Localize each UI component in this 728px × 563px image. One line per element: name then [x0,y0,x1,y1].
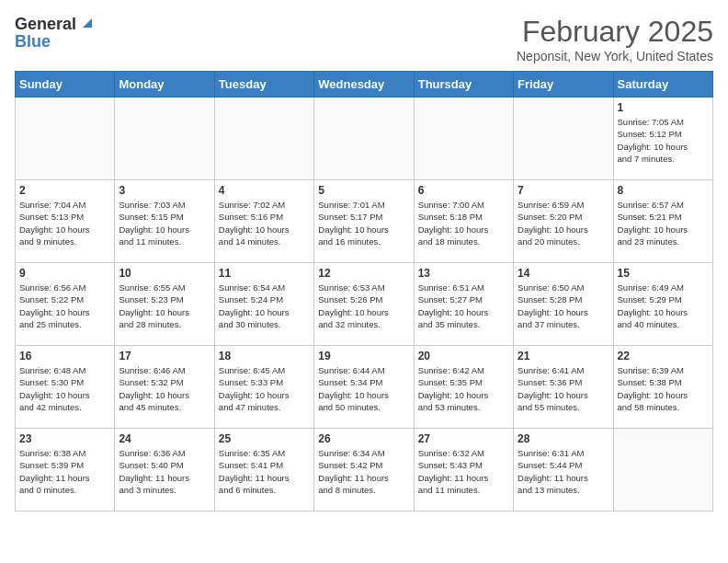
calendar-cell: 28Sunrise: 6:31 AM Sunset: 5:44 PM Dayli… [514,429,613,511]
calendar-cell: 15Sunrise: 6:49 AM Sunset: 5:29 PM Dayli… [613,263,712,346]
day-info: Sunrise: 6:34 AM Sunset: 5:42 PM Dayligh… [318,447,409,496]
calendar-cell: 17Sunrise: 6:46 AM Sunset: 5:32 PM Dayli… [115,346,214,429]
calendar-cell: 24Sunrise: 6:36 AM Sunset: 5:40 PM Dayli… [115,429,214,511]
day-header-tuesday: Tuesday [214,72,313,98]
day-number: 21 [518,350,609,362]
day-number: 3 [119,184,210,197]
calendar-cell: 4Sunrise: 7:02 AM Sunset: 5:16 PM Daylig… [214,180,313,263]
day-info: Sunrise: 6:42 AM Sunset: 5:35 PM Dayligh… [418,364,509,413]
calendar-cell: 14Sunrise: 6:50 AM Sunset: 5:28 PM Dayli… [514,263,613,346]
day-number: 18 [219,350,310,362]
day-number: 13 [418,267,509,280]
calendar-cell: 7Sunrise: 6:59 AM Sunset: 5:20 PM Daylig… [514,180,613,263]
day-number: 14 [518,267,609,280]
day-number: 5 [318,184,409,197]
day-info: Sunrise: 6:51 AM Sunset: 5:27 PM Dayligh… [418,282,509,330]
day-info: Sunrise: 6:53 AM Sunset: 5:26 PM Dayligh… [318,282,409,330]
day-number: 10 [119,267,210,280]
logo: General Blue [15,15,94,50]
calendar-cell: 16Sunrise: 6:48 AM Sunset: 5:30 PM Dayli… [16,346,115,429]
day-number: 23 [19,432,110,445]
calendar-cell [214,98,313,180]
day-header-friday: Friday [514,72,613,98]
calendar-table: SundayMondayTuesdayWednesdayThursdayFrid… [15,71,713,511]
calendar-cell: 18Sunrise: 6:45 AM Sunset: 5:33 PM Dayli… [214,346,313,429]
day-info: Sunrise: 6:39 AM Sunset: 5:38 PM Dayligh… [618,364,709,413]
day-number: 6 [418,184,509,197]
day-info: Sunrise: 7:03 AM Sunset: 5:15 PM Dayligh… [119,199,210,247]
day-number: 22 [618,350,709,362]
location-title: Neponsit, New York, United States [517,49,713,63]
page-header: General Blue February 2025 Neponsit, New… [15,15,713,63]
day-number: 17 [119,350,210,362]
calendar-cell: 3Sunrise: 7:03 AM Sunset: 5:15 PM Daylig… [115,180,214,263]
calendar-week-row: 23Sunrise: 6:38 AM Sunset: 5:39 PM Dayli… [16,429,713,511]
day-info: Sunrise: 6:59 AM Sunset: 5:20 PM Dayligh… [518,199,609,247]
calendar-cell: 25Sunrise: 6:35 AM Sunset: 5:41 PM Dayli… [214,429,313,511]
calendar-cell: 1Sunrise: 7:05 AM Sunset: 5:12 PM Daylig… [613,98,712,180]
calendar-week-row: 16Sunrise: 6:48 AM Sunset: 5:30 PM Dayli… [16,346,713,429]
day-number: 12 [318,267,409,280]
day-info: Sunrise: 6:50 AM Sunset: 5:28 PM Dayligh… [518,282,609,330]
calendar-cell: 12Sunrise: 6:53 AM Sunset: 5:26 PM Dayli… [314,263,414,346]
day-info: Sunrise: 6:55 AM Sunset: 5:23 PM Dayligh… [119,282,210,330]
calendar-cell: 21Sunrise: 6:41 AM Sunset: 5:36 PM Dayli… [514,346,613,429]
day-number: 2 [19,184,110,197]
calendar-week-row: 1Sunrise: 7:05 AM Sunset: 5:12 PM Daylig… [16,98,713,180]
calendar-cell [514,98,613,180]
calendar-cell: 11Sunrise: 6:54 AM Sunset: 5:24 PM Dayli… [214,263,313,346]
logo-icon [79,15,94,29]
day-info: Sunrise: 7:00 AM Sunset: 5:18 PM Dayligh… [418,199,509,247]
logo-blue-text: Blue [15,33,51,50]
day-info: Sunrise: 6:38 AM Sunset: 5:39 PM Dayligh… [19,447,110,496]
day-number: 19 [318,350,409,362]
day-info: Sunrise: 6:32 AM Sunset: 5:43 PM Dayligh… [418,447,509,496]
day-number: 9 [19,267,110,280]
day-info: Sunrise: 7:02 AM Sunset: 5:16 PM Dayligh… [219,199,310,247]
calendar-cell [115,98,214,180]
calendar-cell [314,98,414,180]
day-number: 11 [219,267,310,280]
day-info: Sunrise: 6:41 AM Sunset: 5:36 PM Dayligh… [518,364,609,413]
day-number: 8 [618,184,709,197]
month-title: February 2025 [517,15,713,49]
day-info: Sunrise: 6:56 AM Sunset: 5:22 PM Dayligh… [19,282,110,330]
day-info: Sunrise: 6:36 AM Sunset: 5:40 PM Dayligh… [119,447,210,496]
calendar-cell: 9Sunrise: 6:56 AM Sunset: 5:22 PM Daylig… [16,263,115,346]
day-header-sunday: Sunday [16,72,115,98]
day-info: Sunrise: 7:04 AM Sunset: 5:13 PM Dayligh… [19,199,110,247]
day-info: Sunrise: 6:57 AM Sunset: 5:21 PM Dayligh… [618,199,709,247]
day-number: 28 [518,432,609,445]
calendar-cell: 8Sunrise: 6:57 AM Sunset: 5:21 PM Daylig… [613,180,712,263]
day-info: Sunrise: 7:05 AM Sunset: 5:12 PM Dayligh… [618,116,709,165]
calendar-cell: 23Sunrise: 6:38 AM Sunset: 5:39 PM Dayli… [16,429,115,511]
day-info: Sunrise: 6:35 AM Sunset: 5:41 PM Dayligh… [219,447,310,496]
day-header-wednesday: Wednesday [314,72,414,98]
calendar-cell: 22Sunrise: 6:39 AM Sunset: 5:38 PM Dayli… [613,346,712,429]
day-header-saturday: Saturday [613,72,712,98]
day-info: Sunrise: 7:01 AM Sunset: 5:17 PM Dayligh… [318,199,409,247]
day-number: 15 [618,267,709,280]
calendar-cell: 26Sunrise: 6:34 AM Sunset: 5:42 PM Dayli… [314,429,414,511]
day-number: 25 [219,432,310,445]
calendar-cell [16,98,115,180]
calendar-cell: 5Sunrise: 7:01 AM Sunset: 5:17 PM Daylig… [314,180,414,263]
day-header-monday: Monday [115,72,214,98]
title-block: February 2025 Neponsit, New York, United… [517,15,713,63]
calendar-cell: 10Sunrise: 6:55 AM Sunset: 5:23 PM Dayli… [115,263,214,346]
day-number: 1 [618,101,709,114]
calendar-cell: 6Sunrise: 7:00 AM Sunset: 5:18 PM Daylig… [414,180,513,263]
calendar-cell [613,429,712,511]
day-number: 16 [19,350,110,362]
day-info: Sunrise: 6:54 AM Sunset: 5:24 PM Dayligh… [219,282,310,330]
day-info: Sunrise: 6:46 AM Sunset: 5:32 PM Dayligh… [119,364,210,413]
day-info: Sunrise: 6:31 AM Sunset: 5:44 PM Dayligh… [518,447,609,496]
day-number: 24 [119,432,210,445]
calendar-week-row: 9Sunrise: 6:56 AM Sunset: 5:22 PM Daylig… [16,263,713,346]
calendar-cell: 20Sunrise: 6:42 AM Sunset: 5:35 PM Dayli… [414,346,513,429]
calendar-cell: 13Sunrise: 6:51 AM Sunset: 5:27 PM Dayli… [414,263,513,346]
day-info: Sunrise: 6:45 AM Sunset: 5:33 PM Dayligh… [219,364,310,413]
day-info: Sunrise: 6:48 AM Sunset: 5:30 PM Dayligh… [19,364,110,413]
svg-marker-0 [83,18,92,28]
day-header-thursday: Thursday [414,72,513,98]
